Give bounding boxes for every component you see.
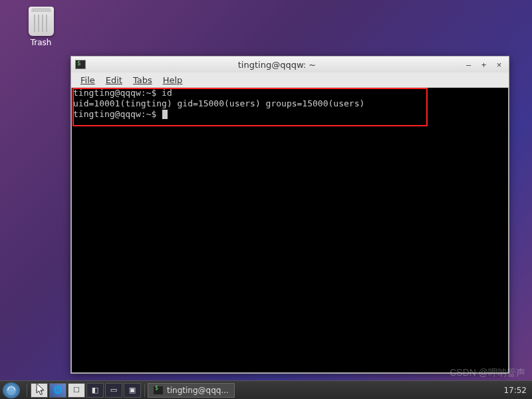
file-manager-launcher[interactable]: ▭: [31, 383, 48, 398]
divider-icon: [27, 384, 27, 397]
minimize-button[interactable]: –: [463, 60, 474, 70]
terminal-icon: [75, 60, 86, 69]
close-button[interactable]: ×: [493, 60, 505, 70]
trash-label: Trash: [23, 38, 59, 47]
titlebar[interactable]: tingting@qqqw: ~ – + ×: [71, 57, 509, 72]
maximize-button[interactable]: +: [478, 60, 489, 70]
menu-tabs[interactable]: Tabs: [128, 75, 158, 85]
window-controls: – + ×: [463, 60, 505, 70]
clock[interactable]: 17:52: [503, 386, 527, 395]
system-tray: 17:52: [503, 386, 529, 395]
menu-help[interactable]: Help: [158, 75, 188, 85]
cursor-block: [162, 110, 168, 119]
terminal-icon: [154, 386, 163, 394]
divider-icon: [144, 384, 145, 397]
browser-launcher[interactable]: 🌐: [49, 383, 66, 398]
window-title: tingting@qqqw: ~: [91, 60, 463, 70]
show-desktop-launcher[interactable]: ▣: [124, 383, 141, 398]
terminal-line-1: tingting@qqqw:~$ id: [73, 88, 507, 98]
workspace-2-launcher[interactable]: ▭: [105, 383, 122, 398]
window-list-launcher[interactable]: ☐: [68, 383, 85, 398]
menu-edit[interactable]: Edit: [100, 75, 128, 85]
trash-icon: [29, 7, 54, 36]
start-menu-button[interactable]: [3, 382, 20, 398]
taskbar-entry-label: tingting@qqq...: [167, 386, 229, 395]
taskbar: ▭ 🌐 ☐ ◧ ▭ ▣ tingting@qqq... 17:52: [0, 380, 532, 399]
taskbar-entry-terminal[interactable]: tingting@qqq...: [148, 383, 235, 398]
menu-file[interactable]: File: [75, 75, 100, 85]
terminal-window: tingting@qqqw: ~ – + × File Edit Tabs He…: [70, 56, 509, 374]
workspace-1-launcher[interactable]: ◧: [86, 383, 104, 398]
menubar: File Edit Tabs Help: [71, 72, 509, 88]
desktop[interactable]: Trash tingting@qqqw: ~ – + × File Edit T…: [0, 0, 532, 399]
terminal-line-2: uid=10001(tingting) gid=15000(users) gro…: [73, 98, 507, 109]
terminal-body[interactable]: tingting@qqqw:~$ id uid=10001(tingting) …: [71, 88, 509, 373]
trash-desktop-icon[interactable]: Trash: [23, 7, 59, 47]
terminal-prompt: tingting@qqqw:~$: [73, 109, 507, 120]
